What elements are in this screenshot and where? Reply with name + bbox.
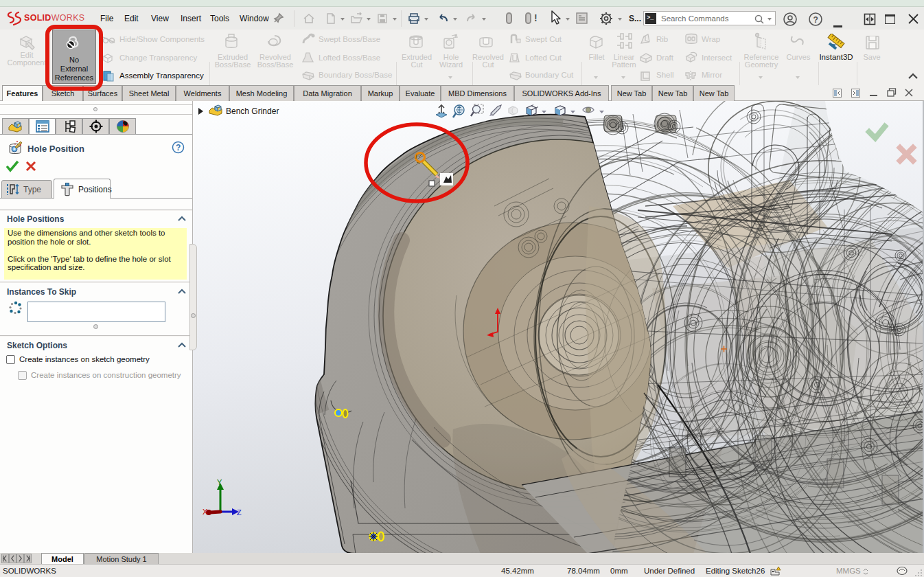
svg-text:SOLIDWORKS: SOLIDWORKS: [24, 13, 84, 23]
svg-text:Y: Y: [217, 478, 222, 486]
svg-text:?: ?: [176, 143, 181, 152]
svg-text:?: ?: [813, 15, 818, 25]
svg-text:X: X: [203, 508, 208, 516]
svg-text:Z: Z: [237, 508, 242, 517]
